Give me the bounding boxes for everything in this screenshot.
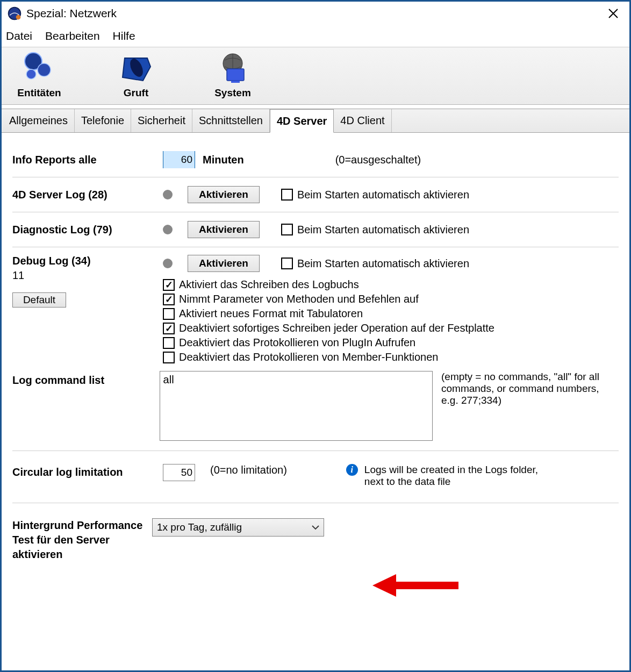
- debug-log-autostart-label: Beim Starten automatisch aktivieren: [297, 258, 469, 270]
- log-cmd-textarea[interactable]: all: [160, 371, 433, 441]
- menu-help[interactable]: Hilfe: [113, 30, 135, 42]
- tab-interfaces[interactable]: Schnittstellen: [192, 109, 270, 132]
- system-icon: [215, 52, 250, 84]
- debug-log-autostart-checkbox[interactable]: [281, 258, 293, 269]
- svg-point-4: [26, 69, 36, 79]
- debug-opt3-label: Aktiviert neues Format mit Tabulatoren: [179, 308, 363, 320]
- debug-opt1-checkbox[interactable]: [163, 279, 175, 291]
- gruft-icon: [118, 52, 154, 84]
- menu-edit[interactable]: Bearbeiten: [45, 30, 100, 42]
- debug-opt2-checkbox[interactable]: [163, 294, 175, 305]
- debug-opt3-checkbox[interactable]: [163, 308, 175, 320]
- diag-log-activate-button[interactable]: Aktivieren: [188, 221, 260, 238]
- app-icon: [7, 6, 22, 21]
- toolbar-entities-label: Entitäten: [17, 87, 61, 99]
- perf-test-select[interactable]: 1x pro Tag, zufällig: [152, 518, 324, 537]
- perf-test-label: Hintergrund Performance Test für den Ser…: [12, 518, 152, 562]
- debug-log-subvalue: 11: [12, 269, 163, 282]
- info-reports-hint: (0=ausgeschaltet): [335, 154, 421, 166]
- entities-icon: [21, 52, 57, 84]
- info-reports-unit: Minuten: [203, 154, 244, 166]
- debug-opt4-label: Deaktiviert sofortiges Schreiben jeder O…: [179, 322, 494, 334]
- toolbar: Entitäten Gruft System: [2, 47, 629, 105]
- menubar: Datei Bearbeiten Hilfe: [2, 25, 629, 47]
- debug-log-activate-button[interactable]: Aktivieren: [188, 255, 260, 272]
- diag-log-autostart-checkbox[interactable]: [281, 224, 293, 235]
- svg-rect-8: [227, 69, 244, 81]
- toolbar-gruft-label: Gruft: [124, 87, 148, 99]
- menu-file[interactable]: Datei: [6, 30, 32, 42]
- debug-opt6-label: Deaktiviert das Protokollieren von Membe…: [179, 351, 438, 363]
- server-log-label: 4D Server Log (28): [12, 189, 163, 201]
- info-icon: i: [346, 464, 358, 476]
- diag-log-autostart-label: Beim Starten automatisch aktivieren: [297, 224, 469, 236]
- debug-log-label: Debug Log (34): [12, 255, 163, 267]
- server-log-activate-button[interactable]: Aktivieren: [188, 186, 260, 203]
- circular-input[interactable]: [163, 464, 195, 481]
- server-log-autostart-checkbox[interactable]: [281, 189, 293, 201]
- debug-opt6-checkbox[interactable]: [163, 352, 175, 363]
- svg-rect-9: [231, 81, 240, 83]
- tab-bar: Allgemeines Telefonie Sicherheit Schnitt…: [2, 109, 629, 133]
- debug-opt5-checkbox[interactable]: [163, 337, 175, 349]
- window-title: Spezial: Netzwerk: [26, 7, 117, 20]
- diag-log-label: Diagnostic Log (79): [12, 224, 163, 236]
- tab-security[interactable]: Sicherheit: [131, 109, 192, 132]
- tab-telephony[interactable]: Telefonie: [75, 109, 131, 132]
- svg-marker-11: [372, 574, 396, 597]
- chevron-down-icon: [312, 523, 319, 532]
- toolbar-system-label: System: [214, 87, 251, 99]
- info-reports-input[interactable]: [163, 151, 195, 168]
- tab-4d-server[interactable]: 4D Server: [270, 109, 334, 133]
- debug-log-status-icon: [163, 259, 173, 268]
- debug-opt5-label: Deaktiviert das Protokollieren von PlugI…: [179, 337, 415, 349]
- server-log-autostart-label: Beim Starten automatisch aktivieren: [297, 189, 469, 201]
- titlebar: Spezial: Netzwerk: [2, 2, 629, 25]
- debug-opt4-checkbox[interactable]: [163, 323, 175, 334]
- toolbar-system[interactable]: System: [206, 52, 260, 99]
- svg-point-1: [16, 15, 21, 20]
- diag-log-status-icon: [163, 225, 173, 234]
- svg-point-3: [38, 63, 51, 76]
- circular-info: Logs will be created in the Logs folder,…: [364, 464, 547, 488]
- debug-opt2-label: Nimmt Parameter von Methoden und Befehle…: [179, 293, 419, 305]
- toolbar-gruft[interactable]: Gruft: [109, 52, 163, 99]
- close-button[interactable]: [603, 3, 624, 24]
- toolbar-entities[interactable]: Entitäten: [12, 52, 66, 99]
- tab-general[interactable]: Allgemeines: [3, 109, 75, 132]
- server-log-status-icon: [163, 190, 173, 199]
- debug-log-default-button[interactable]: Default: [12, 292, 66, 308]
- circular-hint: (0=no limitation): [210, 464, 287, 476]
- log-cmd-label: Log command list: [12, 371, 160, 387]
- tab-4d-client[interactable]: 4D Client: [334, 109, 391, 132]
- perf-test-value: 1x pro Tag, zufällig: [157, 521, 242, 533]
- debug-opt1-label: Aktiviert das Schreiben des Logbuchs: [179, 278, 359, 291]
- circular-label: Circular log limitation: [12, 464, 163, 478]
- annotation-arrow: [372, 572, 464, 602]
- info-reports-label: Info Reports alle: [12, 154, 163, 166]
- log-cmd-help: (empty = no commands, "all" for all comm…: [441, 371, 619, 406]
